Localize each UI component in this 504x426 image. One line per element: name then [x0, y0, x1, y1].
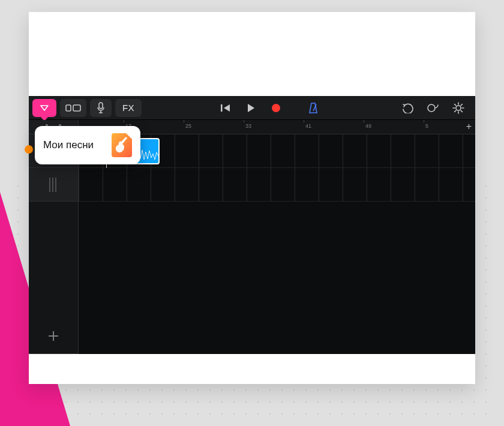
view-toggle-button[interactable]: [60, 99, 86, 117]
fx-button[interactable]: FX: [115, 99, 142, 117]
fx-label: FX: [122, 103, 134, 113]
microphone-icon: [97, 102, 105, 114]
ruler-tick: 25: [185, 123, 191, 129]
svg-line-13: [461, 110, 462, 112]
add-section-button[interactable]: +: [466, 122, 472, 131]
my-songs-dropdown-button[interactable]: [32, 99, 56, 117]
svg-line-14: [461, 104, 462, 105]
rewind-button[interactable]: [215, 99, 236, 117]
ruler-tick: 49: [365, 123, 371, 129]
svg-rect-2: [99, 103, 103, 109]
settings-button[interactable]: [448, 99, 469, 117]
svg-line-15: [455, 110, 456, 112]
play-icon: [247, 103, 255, 113]
svg-point-4: [272, 104, 280, 112]
svg-point-6: [428, 104, 435, 112]
svg-line-12: [455, 104, 456, 105]
loop-button[interactable]: [422, 99, 444, 117]
undo-button[interactable]: [397, 99, 419, 117]
garageband-app-window: FX: [29, 96, 475, 354]
add-track-button[interactable]: [47, 329, 60, 343]
screenshot-card: FX: [29, 12, 475, 384]
tracks-area: Get In Th…-Ding) 2: [29, 134, 475, 354]
undo-icon: [402, 103, 414, 113]
lane-gridlines: [79, 168, 475, 201]
ruler-tick: 33: [245, 123, 251, 129]
rewind-icon: [220, 104, 231, 112]
track-lane-empty[interactable]: [79, 168, 475, 202]
track-header-grip[interactable]: [29, 168, 78, 202]
grip-lines-icon: [49, 178, 58, 192]
my-songs-popover[interactable]: Мои песни: [35, 126, 140, 164]
ruler-tick: 5: [425, 123, 428, 129]
metronome-button[interactable]: [302, 99, 324, 117]
metronome-icon: [308, 102, 319, 114]
record-icon: [271, 103, 281, 113]
svg-point-7: [456, 106, 461, 110]
microphone-button[interactable]: [90, 99, 112, 117]
svg-rect-1: [73, 105, 80, 111]
play-button[interactable]: [240, 99, 262, 117]
automation-marker: [25, 145, 33, 154]
track-lanes[interactable]: Get In Th…-Ding) 2: [79, 134, 475, 354]
svg-rect-3: [221, 104, 223, 112]
view-toggle-icon: [65, 103, 81, 113]
add-track-header: [29, 202, 78, 354]
ruler-tick: 41: [305, 123, 311, 129]
track-headers-column: [29, 134, 79, 354]
garageband-file-icon: [112, 133, 132, 157]
guitar-icon: [114, 136, 130, 155]
main-toolbar: FX: [29, 96, 475, 120]
my-songs-label: Мои песни: [43, 139, 94, 151]
svg-rect-0: [66, 105, 71, 111]
loop-icon: [427, 103, 440, 113]
record-button[interactable]: [265, 99, 287, 117]
gear-icon: [452, 102, 464, 114]
dropdown-triangle-icon: [40, 105, 49, 111]
